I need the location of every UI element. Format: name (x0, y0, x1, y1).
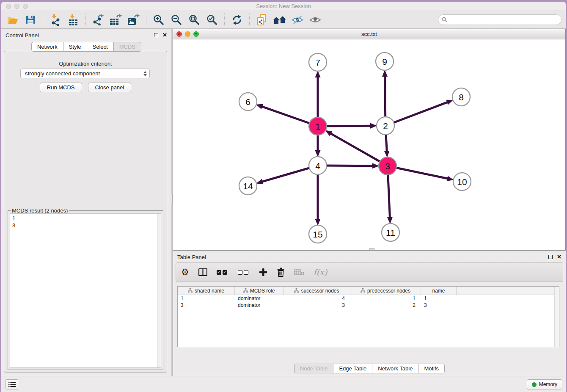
save-session-button[interactable] (23, 12, 38, 28)
zoom-window-button[interactable] (23, 4, 28, 9)
graph-edge-3-1[interactable] (330, 133, 388, 166)
zoom-fit-button[interactable] (187, 12, 202, 28)
control-panel: Control Panel ✕ Network Style Select MCD… (1, 29, 171, 376)
import-network-button[interactable] (48, 12, 63, 28)
content-area: Control Panel ✕ Network Style Select MCD… (1, 29, 566, 376)
close-panel-button[interactable]: Close panel (88, 83, 132, 92)
graph-node-15[interactable]: 15 (309, 225, 327, 243)
graph-node-9[interactable]: 9 (376, 52, 394, 70)
tab-node-table[interactable]: Node Table (294, 364, 334, 373)
canvas-resize-handle[interactable] (369, 248, 374, 250)
minimize-window-button[interactable] (14, 4, 19, 9)
minimize-network-button[interactable]: − (185, 31, 190, 37)
hide-selected-button[interactable] (290, 12, 305, 28)
tab-network[interactable]: Network (31, 42, 63, 52)
graph-node-6[interactable]: 6 (239, 93, 257, 110)
mcds-result-line: 3 (12, 222, 159, 229)
open-session-button[interactable] (5, 12, 20, 28)
tab-edge-table[interactable]: Edge Table (333, 364, 372, 373)
select-all-columns-button[interactable]: ✓✓ (217, 270, 228, 275)
close-panel-icon[interactable]: ✕ (162, 33, 167, 37)
graph-node-11[interactable]: 11 (382, 224, 399, 241)
criterion-value: strongly connected component (25, 70, 100, 77)
control-panel-title: Control Panel (6, 32, 39, 39)
export-network-button[interactable] (91, 12, 106, 28)
column-header-shared-name[interactable]: shared name (178, 287, 235, 295)
split-view-icon (198, 268, 207, 276)
deselect-all-columns-button[interactable] (238, 270, 250, 275)
panel-divider-handle[interactable] (169, 195, 173, 203)
cell-name: 1 (421, 295, 457, 301)
close-window-button[interactable] (6, 4, 11, 9)
graph-node-3[interactable]: 3 (379, 157, 396, 175)
first-neighbors-button[interactable] (272, 12, 287, 28)
graph-node-1[interactable]: 1 (309, 117, 327, 135)
cell-name: 3 (421, 302, 457, 308)
table-toolbar: ⚙ ✓✓ (176, 262, 563, 282)
zoom-out-button[interactable] (169, 12, 184, 28)
window-controls (6, 4, 28, 9)
split-view-button[interactable] (198, 268, 207, 276)
clone-network-button[interactable] (254, 12, 270, 28)
tab-style[interactable]: Style (63, 42, 87, 52)
toolbar-separator (146, 13, 146, 27)
export-image-button[interactable] (126, 12, 141, 28)
cell-successor-nodes: 4 (284, 295, 350, 301)
export-network-icon (93, 14, 104, 25)
search-field[interactable] (438, 14, 561, 25)
search-input[interactable] (449, 17, 558, 23)
tab-network-table[interactable]: Network Table (372, 364, 418, 373)
column-header-successor-nodes[interactable]: successor nodes (284, 287, 350, 295)
zoom-in-button[interactable] (151, 12, 166, 28)
export-table-button[interactable] (108, 12, 124, 28)
zoom-network-button[interactable]: + (193, 31, 199, 37)
graph-edge-2-8[interactable] (385, 102, 447, 126)
float-table-panel-icon[interactable] (548, 255, 553, 259)
delete-table-icon (294, 269, 304, 276)
float-panel-icon[interactable] (154, 33, 158, 37)
graph-node-7[interactable]: 7 (309, 53, 327, 71)
checked-box-icon: ✓ (223, 270, 227, 275)
tab-motifs[interactable]: Motifs (418, 364, 445, 373)
close-network-button[interactable]: ✕ (176, 31, 182, 37)
mcds-result-title: MCDS result (2 nodes) (11, 207, 69, 214)
graph-node-10[interactable]: 10 (453, 173, 471, 190)
tab-mcds[interactable]: MCDS (114, 42, 141, 52)
tab-select[interactable]: Select (87, 42, 114, 52)
criterion-dropdown[interactable]: strongly connected component (20, 69, 150, 78)
control-panel-header: Control Panel ✕ (1, 29, 171, 41)
graph-node-8[interactable]: 8 (452, 88, 470, 106)
run-mcds-button[interactable]: Run MCDS (40, 83, 82, 92)
import-table-button[interactable] (66, 12, 81, 28)
table-row[interactable]: 1 dominator 4 1 1 (178, 295, 559, 302)
network-canvas[interactable]: 7 9 6 8 1 2 4 3 14 (173, 39, 565, 250)
function-builder-button[interactable]: f(x) (314, 268, 328, 277)
network-window: ✕ − + scc.txt 7 9 6 8 1 (173, 29, 566, 251)
network-graph[interactable]: 7 9 6 8 1 2 4 3 14 (173, 39, 565, 251)
graph-node-4[interactable]: 4 (309, 157, 327, 174)
result-scrollbar[interactable] (157, 214, 161, 367)
zoom-selected-button[interactable] (204, 12, 220, 28)
table-scrollbar[interactable] (554, 287, 559, 347)
hierarchy-icon (361, 288, 365, 293)
delete-column-button[interactable] (277, 268, 285, 277)
toolbar-separator (249, 13, 250, 27)
column-header-mcds-role[interactable]: MCDS role (235, 287, 284, 295)
unchecked-box-icon (244, 270, 248, 275)
cell-successor-nodes: 3 (284, 302, 350, 308)
add-column-button[interactable] (259, 268, 267, 276)
close-table-panel-icon[interactable]: ✕ (557, 255, 561, 259)
optimization-criterion-label: Optimization criterion: (4, 61, 167, 67)
graph-node-2[interactable]: 2 (377, 117, 394, 135)
task-history-button[interactable] (6, 379, 18, 389)
apply-layout-button[interactable] (229, 12, 245, 28)
column-header-name[interactable]: name (421, 287, 457, 295)
show-hidden-button[interactable] (308, 12, 323, 28)
table-settings-button[interactable]: ⚙ (181, 268, 189, 277)
column-header-predecessor-nodes[interactable]: predecessor nodes (350, 287, 421, 295)
graph-node-14[interactable]: 14 (239, 177, 257, 195)
delete-table-button[interactable] (294, 269, 304, 276)
mcds-result-text[interactable]: 1 3 (10, 213, 161, 368)
memory-button[interactable]: Memory (527, 379, 562, 389)
table-row[interactable]: 3 dominator 3 2 3 (178, 302, 559, 309)
